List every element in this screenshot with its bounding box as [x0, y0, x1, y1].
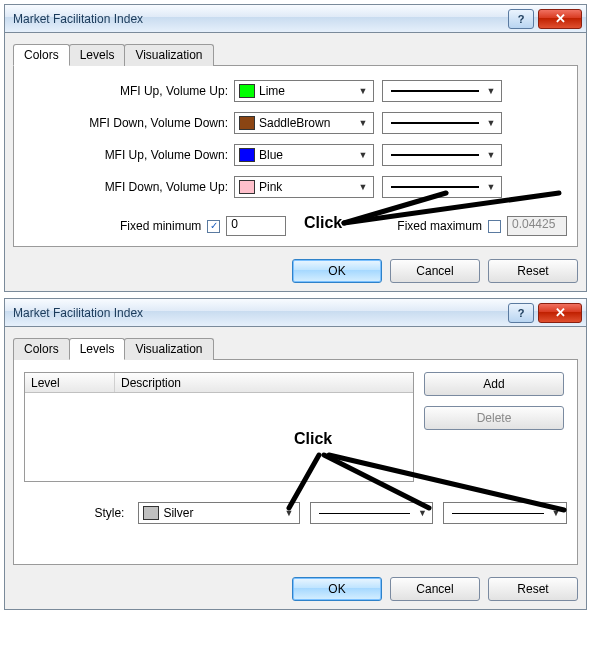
chevron-down-icon: ▼ — [355, 150, 371, 160]
chevron-down-icon: ▼ — [355, 182, 371, 192]
dialog-body: Colors Levels Visualization MFI Up, Volu… — [5, 33, 586, 291]
tab-levels[interactable]: Levels — [69, 338, 126, 360]
dialog-button-row: OK Cancel Reset — [13, 259, 578, 283]
style-color-select[interactable]: Silver ▼ — [138, 502, 299, 524]
line-width-select[interactable]: ▼ — [382, 144, 502, 166]
levels-top-area: Level Description Add Delete — [24, 372, 567, 482]
tab-visualization[interactable]: Visualization — [124, 44, 213, 66]
help-button[interactable]: ? — [508, 303, 534, 323]
cancel-button[interactable]: Cancel — [390, 577, 480, 601]
color-name: Lime — [259, 84, 355, 98]
color-swatch-icon — [239, 84, 255, 98]
color-select[interactable]: Pink ▼ — [234, 176, 374, 198]
line-sample-icon — [452, 513, 544, 514]
color-swatch-icon — [239, 180, 255, 194]
chevron-down-icon: ▼ — [483, 150, 499, 160]
color-swatch-icon — [239, 148, 255, 162]
tab-strip: Colors Levels Visualization — [13, 338, 578, 360]
delete-button[interactable]: Delete — [424, 406, 564, 430]
row-label: MFI Down, Volume Up: — [24, 180, 234, 194]
reset-button[interactable]: Reset — [488, 259, 578, 283]
color-name: Blue — [259, 148, 355, 162]
style-line-select[interactable]: ▼ — [310, 502, 434, 524]
reset-button[interactable]: Reset — [488, 577, 578, 601]
color-swatch-icon — [239, 116, 255, 130]
dialog-button-row: OK Cancel Reset — [13, 577, 578, 601]
titlebar[interactable]: Market Facilitation Index ? ✕ — [5, 299, 586, 327]
style-color-name: Silver — [163, 506, 280, 520]
cancel-button[interactable]: Cancel — [390, 259, 480, 283]
style-label: Style: — [24, 506, 128, 520]
chevron-down-icon: ▼ — [355, 118, 371, 128]
color-select[interactable]: Blue ▼ — [234, 144, 374, 166]
line-sample-icon — [391, 122, 479, 124]
color-name: Pink — [259, 180, 355, 194]
levels-buttons: Add Delete — [424, 372, 564, 482]
chevron-down-icon: ▼ — [483, 86, 499, 96]
fixed-max-checkbox[interactable] — [488, 220, 501, 233]
style-row: Style: Silver ▼ ▼ ▼ — [24, 502, 567, 524]
close-button[interactable]: ✕ — [538, 9, 582, 29]
tab-colors[interactable]: Colors — [13, 44, 70, 66]
fixed-min-label: Fixed minimum — [120, 219, 201, 233]
row-label: MFI Up, Volume Up: — [24, 84, 234, 98]
tab-levels[interactable]: Levels — [69, 44, 126, 66]
ok-button[interactable]: OK — [292, 259, 382, 283]
fixed-max-label: Fixed maximum — [397, 219, 482, 233]
chevron-down-icon: ▼ — [414, 508, 430, 518]
fixed-max-input[interactable]: 0.04425 — [507, 216, 567, 236]
fixed-min-max-row: Fixed minimum ✓ 0 Fixed maximum 0.04425 — [24, 216, 567, 236]
col-level[interactable]: Level — [25, 373, 115, 392]
colors-panel: MFI Up, Volume Up: Lime ▼ ▼ MFI Down, Vo… — [13, 65, 578, 247]
chevron-down-icon: ▼ — [548, 508, 564, 518]
titlebar[interactable]: Market Facilitation Index ? ✕ — [5, 5, 586, 33]
tab-visualization[interactable]: Visualization — [124, 338, 213, 360]
line-sample-icon — [319, 513, 411, 514]
style-width-select[interactable]: ▼ — [443, 502, 567, 524]
window-title: Market Facilitation Index — [13, 306, 508, 320]
fixed-min-input[interactable]: 0 — [226, 216, 286, 236]
row-label: MFI Up, Volume Down: — [24, 148, 234, 162]
color-row-mfi-up-vol-down: MFI Up, Volume Down: Blue ▼ ▼ — [24, 144, 567, 166]
chevron-down-icon: ▼ — [355, 86, 371, 96]
color-name: SaddleBrown — [259, 116, 355, 130]
color-row-mfi-up-vol-up: MFI Up, Volume Up: Lime ▼ ▼ — [24, 80, 567, 102]
chevron-down-icon: ▼ — [483, 118, 499, 128]
color-swatch-icon — [143, 506, 159, 520]
line-width-select[interactable]: ▼ — [382, 112, 502, 134]
line-sample-icon — [391, 154, 479, 156]
line-sample-icon — [391, 186, 479, 188]
line-sample-icon — [391, 90, 479, 92]
levels-table[interactable]: Level Description — [24, 372, 414, 482]
chevron-down-icon: ▼ — [483, 182, 499, 192]
row-label: MFI Down, Volume Down: — [24, 116, 234, 130]
dialog-levels: Market Facilitation Index ? ✕ Colors Lev… — [4, 298, 587, 610]
dialog-body: Colors Levels Visualization Level Descri… — [5, 327, 586, 609]
color-select[interactable]: SaddleBrown ▼ — [234, 112, 374, 134]
chevron-down-icon: ▼ — [281, 508, 297, 518]
line-width-select[interactable]: ▼ — [382, 176, 502, 198]
color-row-mfi-down-vol-up: MFI Down, Volume Up: Pink ▼ ▼ — [24, 176, 567, 198]
color-row-mfi-down-vol-down: MFI Down, Volume Down: SaddleBrown ▼ ▼ — [24, 112, 567, 134]
color-select[interactable]: Lime ▼ — [234, 80, 374, 102]
levels-table-header: Level Description — [25, 373, 413, 393]
fixed-min-checkbox[interactable]: ✓ — [207, 220, 220, 233]
tab-colors[interactable]: Colors — [13, 338, 70, 360]
tab-strip: Colors Levels Visualization — [13, 44, 578, 66]
levels-panel: Level Description Add Delete Style: Silv… — [13, 359, 578, 565]
dialog-colors: Market Facilitation Index ? ✕ Colors Lev… — [4, 4, 587, 292]
close-button[interactable]: ✕ — [538, 303, 582, 323]
add-button[interactable]: Add — [424, 372, 564, 396]
ok-button[interactable]: OK — [292, 577, 382, 601]
window-title: Market Facilitation Index — [13, 12, 508, 26]
help-button[interactable]: ? — [508, 9, 534, 29]
col-description[interactable]: Description — [115, 373, 413, 392]
line-width-select[interactable]: ▼ — [382, 80, 502, 102]
